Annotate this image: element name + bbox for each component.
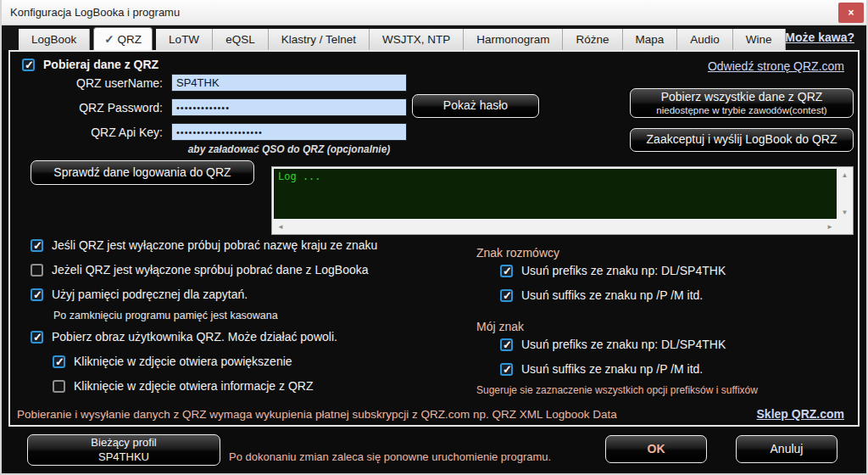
cancel-button[interactable]: Anuluj [736,435,837,463]
close-button[interactable]: × [838,3,864,23]
option-row: Usuń suffiks ze znaku np /P /M itd. [500,288,703,302]
log-vertical-scrollbar[interactable]: ▲ ▼ [837,169,852,219]
password-input[interactable] [171,98,407,116]
config-dialog: Konfiguracja LogBooka i programu × LogBo… [0,0,868,475]
profile-button-line2: SP4THKU [98,450,149,464]
option-row: Usuń prefiks ze znaku np: DL/SP4THK [500,264,726,277]
check-icon: ✓ [104,32,114,46]
option-row: Jeśli QRZ jest wyłączone próbuj pobrać n… [31,238,377,252]
check-login-button[interactable]: Sprawdź dane logowania do QRZ [31,160,254,185]
option-label: Kliknięcie w zdjęcie otwiera powiększeni… [74,355,292,368]
option-row: Kliknięcie w zdjęcie otwiera powiększeni… [53,355,292,368]
their-remove-suffix-checkbox[interactable] [500,289,513,302]
tab-strip: LogBook ✓ QRZ LoTW eQSL Klastry / Telnet… [2,25,866,50]
show-password-label: Pokaż hasło [443,98,508,114]
check-login-label: Sprawdź dane logowania do QRZ [53,165,231,181]
option-label: Jeśli QRZ jest wyłączone próbuj pobrać n… [52,238,377,252]
my-remove-prefix-checkbox[interactable] [500,338,513,351]
option-label: Usuń suffiks ze znaku np /P /M itd. [521,362,703,376]
restart-note: Po dokonaniu zmian zaleca się ponowne ur… [229,450,551,463]
option-label: Jeżeli QRZ jest wyłączone spróbuj pobrać… [52,263,369,277]
option-label: Użyj pamięci podręcznej dla zapytań. [52,288,248,301]
fetch-qrz-checkbox[interactable] [22,59,35,71]
option-row: Jeżeli QRZ jest wyłączone spróbuj pobrać… [31,263,369,277]
option-label: Usuń suffiks ze znaku np /P /M itd. [521,288,703,302]
option-row: Pobierz obraz użytkownika QRZ. Może dzia… [31,330,337,344]
close-icon: × [848,7,854,19]
option-row: Użyj pamięci podręcznej dla zapytań. [31,288,248,301]
option-label: Usuń prefiks ze znaku np: DL/SP4THK [521,338,726,351]
tab-eqsl[interactable]: eQSL [213,29,269,50]
option-label: Usuń prefiks ze znaku np: DL/SP4THK [521,264,726,277]
query-cache-checkbox[interactable] [31,288,43,301]
option-label: Kliknięcie w zdjęcie otwiera informacje … [74,379,313,393]
section-title-their-callsign: Znak rozmówcy [476,246,559,260]
tab-lotw[interactable]: LoTW [156,29,213,50]
title-bar: Konfiguracja LogBooka i programu × [2,0,866,25]
password-label: QRZ Password: [10,101,163,115]
tab-audio[interactable]: Audio [677,29,733,50]
username-input[interactable] [171,74,407,92]
tab-mapa[interactable]: Mapa [623,29,678,50]
scroll-down-icon[interactable]: ▼ [842,209,849,216]
section-title-my-callsign: Mój znak [476,320,524,333]
qrz-tab-panel: Pobieraj dane z QRZ Odwiedź stronę QRZ.c… [8,50,860,427]
window-title: Konfiguracja LogBooka i programu [10,6,180,19]
fetch-all-button[interactable]: Pobierz wszystkie dane z QRZ niedostępne… [630,88,854,118]
fetch-all-title: Pobierz wszystkie dane z QRZ [661,90,823,105]
their-remove-prefix-checkbox[interactable] [500,265,513,277]
ok-button[interactable]: OK [605,435,707,463]
username-label: QRZ userName: [10,76,163,90]
cache-note: Po zamknięciu programu pamięć jest kasow… [53,310,278,321]
tab-wsjtx-ntp[interactable]: WSJTX, NTP [370,29,464,50]
option-row: Kliknięcie w zdjęcie otwiera informacje … [53,379,313,393]
apikey-hint: aby załadować QSO do QRZ (opcjonalnie) [171,143,407,155]
my-remove-prefix-row: Usuń prefiks ze znaku np: DL/SP4THK [500,338,726,351]
accept-send-button[interactable]: Zaakceptuj i wyślij LogBook do QRZ [630,128,854,152]
fetch-qrz-label: Pobieraj dane z QRZ [43,58,159,71]
show-password-button[interactable]: Pokaż hasło [412,94,539,118]
apikey-label: QRZ Api Key: [10,126,163,139]
fetch-user-image-checkbox[interactable] [31,331,43,344]
scroll-right-icon[interactable]: ► [826,223,833,231]
log-horizontal-scrollbar[interactable]: ◄ ► [274,220,837,233]
my-remove-suffix-checkbox[interactable] [500,363,513,376]
tab-wine[interactable]: Wine [733,29,786,50]
log-output[interactable]: Log ... [274,169,837,219]
tab-klastry-telnet[interactable]: Klastry / Telnet [269,29,370,50]
my-remove-suffix-row: Usuń suffiks ze znaku np /P /M itd. [500,362,703,376]
photo-zoom-checkbox[interactable] [53,355,65,368]
data-from-logbook-checkbox[interactable] [31,264,43,277]
ok-label: OK [648,442,665,457]
accept-send-label: Zaakceptuj i wyślij LogBook do QRZ [647,132,837,148]
visit-qrz-link[interactable]: Odwiedź stronę QRZ.com [708,59,844,73]
shop-qrz-link[interactable]: Sklep QRZ.com [757,407,844,421]
fetch-all-subtitle: niedostępne w trybie zawodów(contest) [656,104,826,116]
cancel-label: Anuluj [771,442,804,457]
country-from-callsign-checkbox[interactable] [31,239,43,252]
tab-rozne[interactable]: Różne [563,29,622,50]
current-profile-button[interactable]: Bieżący profil SP4THKU [27,434,220,466]
apikey-input[interactable] [171,123,407,141]
fetch-qrz-row: Pobieraj dane z QRZ [22,58,159,71]
tab-qrz[interactable]: ✓ QRZ [93,27,153,50]
log-box: Log ... ▲ ▼ ◄ ► [271,166,854,235]
scroll-up-icon[interactable]: ▲ [842,171,849,179]
option-label: Pobierz obraz użytkownika QRZ. Może dzia… [52,330,337,344]
scroll-left-icon[interactable]: ◄ [277,223,284,231]
tab-logbook[interactable]: LogBook [19,29,90,50]
tab-harmonogram[interactable]: Harmonogram [464,29,563,50]
subscription-note: Pobieranie i wysyłanie danych z QRZ wyma… [17,408,617,421]
tab-qrz-label: QRZ [118,33,142,46]
photo-info-checkbox[interactable] [53,380,65,393]
suffix-suggestion-note: Sugeruje sie zaznaczenie wszystkich opcj… [476,384,758,396]
profile-button-line1: Bieżący profil [91,436,156,450]
coffee-link[interactable]: Może kawa? [785,31,854,44]
